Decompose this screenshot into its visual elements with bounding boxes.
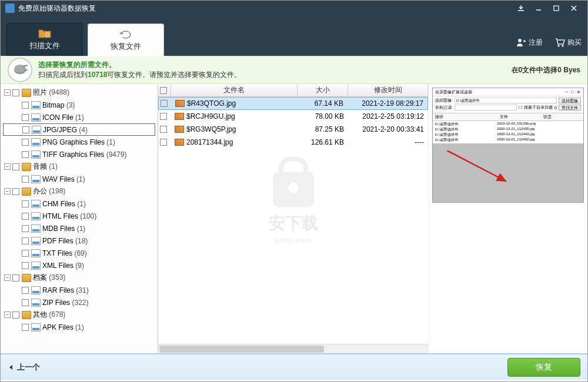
collapse-icon[interactable]: − [4,89,11,96]
category-label: 办公 (198) [33,186,154,196]
folder-icon [22,311,31,319]
checkbox[interactable] [12,188,19,195]
tree-item[interactable]: APK Files (1) [3,321,155,333]
tree-item[interactable]: PNG Graphics Files (1) [3,136,155,148]
tree-category[interactable]: −档案 (353) [3,272,155,284]
category-tree[interactable]: −照片 (9488)Bitmap (3)ICON File (1)JPG/JPE… [1,84,158,353]
back-button[interactable]: 上一个 [8,362,40,373]
tree-item[interactable]: WAV Files (1) [3,173,155,185]
arrow-left-icon [8,364,15,371]
tree-category[interactable]: −音频 (1) [3,160,155,173]
file-row[interactable]: 208171344.jpg126.61 KB---- [158,136,428,149]
checkbox[interactable] [22,176,29,183]
file-list-header: 文件名 大小 修改时间 [158,84,428,97]
tree-category[interactable]: −照片 (9488) [3,86,155,99]
tree-item[interactable]: TIFF Graphics Files (9479) [3,148,155,160]
item-label: TXT Files (69) [42,249,154,257]
checkbox[interactable] [22,114,29,121]
checkbox[interactable] [22,262,29,269]
checkbox[interactable] [22,102,29,109]
tab-recover-files[interactable]: 恢复文件 [88,24,164,56]
thumbnail-icon [175,139,184,146]
title-bar: 免费原始驱动器数据恢复 [1,1,587,16]
preview-title: 百灵图像扩展混迹器 [435,89,472,95]
item-label: Bitmap (3) [42,101,154,109]
category-label: 音频 (1) [33,162,154,172]
tree-item[interactable]: ZIP Files (322) [3,296,155,309]
file-row[interactable]: $RCJH9GU.jpg78.00 KB2021-2-25 03:19:12 [158,110,428,123]
tree-item[interactable]: ICON File (1) [3,111,155,123]
checkbox[interactable] [12,163,19,170]
file-type-icon [31,249,41,257]
buy-label: 购买 [567,38,582,48]
tree-item[interactable]: RAR Files (31) [3,284,155,296]
checkbox[interactable] [22,126,29,133]
folder-icon [22,89,31,97]
minimize-icon[interactable] [530,4,547,13]
file-name: 208171344.jpg [186,138,233,146]
tree-item[interactable]: HTML Files (100) [3,210,155,222]
svg-point-2 [518,39,522,42]
download-icon[interactable] [512,4,530,13]
tab-scan-files[interactable]: 扫描文件 [6,23,83,56]
close-icon[interactable] [565,4,583,13]
file-type-icon [31,299,41,307]
collapse-icon[interactable]: − [4,274,11,281]
maximize-icon[interactable] [547,4,565,13]
file-date: 2021-2-25 03:19:12 [348,112,428,120]
checkbox[interactable] [22,299,29,306]
tree-item[interactable]: Bitmap (3) [3,99,155,111]
item-label: APK Files (1) [42,323,154,331]
item-label: RAR Files (31) [42,286,154,294]
checkbox[interactable] [22,213,29,220]
header-name[interactable]: 文件名 [171,84,298,96]
file-list-panel: 文件名 大小 修改时间 安下载 anxz.com $R43QTOG.jpg67.… [158,84,429,353]
horizontal-scrollbar[interactable] [158,344,428,353]
tree-category[interactable]: −办公 (198) [3,185,155,197]
tree-item[interactable]: XML Files (9) [3,259,155,272]
checkbox[interactable] [22,324,29,331]
file-row[interactable]: $R43QTOG.jpg67.14 KB2021-2-19 08:29:17 [158,97,428,110]
info-subtext: 扫描完成后找到10718可恢复文件。请预览并选择要恢复的文件。 [38,70,241,80]
checkbox[interactable] [160,126,167,133]
checkbox[interactable] [22,250,29,257]
item-label: CHM Files (1) [42,200,154,208]
checkbox[interactable] [161,100,168,107]
checkbox[interactable] [12,274,19,282]
checkbox[interactable] [22,151,29,158]
header-size[interactable]: 大小 [298,84,348,96]
tree-item[interactable]: TXT Files (69) [3,247,155,259]
tree-item[interactable]: MDB Files (1) [3,222,155,234]
file-date: 2021-2-20 00:33:41 [348,125,428,133]
restore-button[interactable]: 恢复 [507,358,580,377]
checkbox[interactable] [12,311,19,319]
recover-icon [119,29,133,39]
tree-item[interactable]: CHM Files (1) [3,197,155,210]
svg-point-4 [562,45,563,46]
checkbox[interactable] [12,89,19,96]
file-list[interactable]: 安下载 anxz.com $R43QTOG.jpg67.14 KB2021-2-… [158,97,428,344]
collapse-icon[interactable]: − [4,188,11,195]
buy-button[interactable]: 购买 [554,37,582,48]
tree-item[interactable]: PDF Files (18) [3,234,155,247]
file-type-icon [31,101,41,109]
checkbox[interactable] [22,139,29,146]
checkbox[interactable] [22,200,29,207]
checkbox[interactable] [22,225,29,232]
collapse-icon[interactable]: − [4,163,11,170]
header-modified[interactable]: 修改时间 [348,84,428,96]
file-row[interactable]: $RG3WQ5P.jpg87.25 KB2021-2-20 00:33:41 [158,123,428,136]
register-button[interactable]: 注册 [516,37,543,48]
user-plus-icon [516,37,526,48]
file-type-icon [31,237,41,245]
checkbox[interactable] [22,237,29,244]
checkbox[interactable] [160,139,167,146]
file-size: 87.25 KB [298,125,348,133]
header-checkbox[interactable] [158,84,171,96]
tree-category[interactable]: −其他 (678) [3,309,155,321]
checkbox[interactable] [22,287,29,294]
checkbox[interactable] [160,113,167,120]
tree-item[interactable]: JPG/JPEG (4) [3,123,155,136]
collapse-icon[interactable]: − [4,311,11,318]
category-label: 档案 (353) [33,273,154,283]
